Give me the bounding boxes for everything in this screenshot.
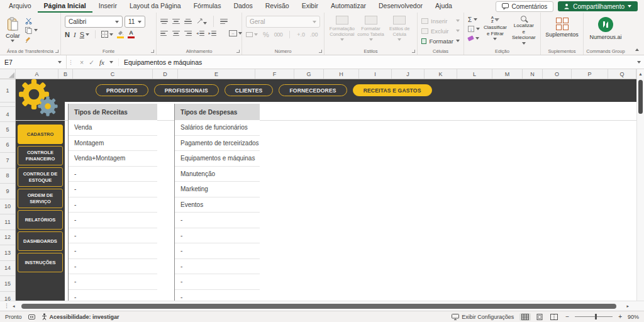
- expense-type-cell[interactable]: -: [175, 213, 260, 228]
- vertical-scrollbar[interactable]: ▲: [636, 69, 644, 301]
- scroll-up-arrow-icon[interactable]: ▲: [637, 69, 644, 79]
- style-button[interactable]: Formatação Condicional: [328, 16, 356, 41]
- column-header[interactable]: Q: [608, 69, 636, 79]
- zoom-slider[interactable]: [575, 316, 613, 317]
- row-header[interactable]: 15: [0, 276, 15, 292]
- menu-tab[interactable]: Desenvolvedor: [372, 0, 429, 13]
- insert-function-button[interactable]: fx: [99, 58, 104, 66]
- revenue-type-cell[interactable]: -: [69, 274, 157, 290]
- column-header[interactable]: N: [523, 69, 543, 79]
- select-all-corner[interactable]: [0, 69, 16, 79]
- revenue-type-cell[interactable]: -: [69, 213, 157, 228]
- display-settings-button[interactable]: Exibir Configurações: [452, 314, 514, 320]
- menu-tab[interactable]: Automatizar: [325, 0, 372, 13]
- align-center-button[interactable]: [172, 31, 180, 36]
- row-header[interactable]: 5: [0, 122, 15, 138]
- increase-decimal-button[interactable]: +.0: [297, 31, 305, 38]
- column-header[interactable]: F: [255, 69, 294, 79]
- column-header[interactable]: K: [425, 69, 457, 79]
- autosum-button[interactable]: Σ: [468, 16, 480, 23]
- copy-button[interactable]: [25, 26, 38, 34]
- horizontal-scrollbar[interactable]: ⋮ ◂ ▸: [0, 301, 644, 311]
- expense-type-cell[interactable]: Pagamento de terceirizados: [175, 136, 260, 152]
- scroll-right-arrow-icon[interactable]: ▸: [626, 304, 629, 309]
- orientation-button[interactable]: [196, 16, 207, 27]
- percent-style-button[interactable]: %: [263, 31, 269, 38]
- column-header[interactable]: O: [543, 69, 572, 79]
- row-header[interactable]: 14: [0, 261, 15, 277]
- increase-indent-button[interactable]: ▸: [209, 31, 217, 36]
- sidebar-button[interactable]: CADASTRO: [18, 125, 63, 144]
- row-header[interactable]: 6: [0, 138, 15, 153]
- column-header[interactable]: H: [324, 69, 359, 79]
- dialog-launcher-icon[interactable]: [55, 50, 58, 53]
- page-layout-view-button[interactable]: [534, 313, 545, 321]
- sidebar-button[interactable]: DASHBOARDS: [18, 231, 63, 251]
- sidebar-button[interactable]: RELATÓRIOS: [18, 210, 63, 230]
- expense-type-cell[interactable]: -: [175, 290, 260, 301]
- dialog-launcher-icon[interactable]: [236, 50, 240, 53]
- revenue-type-cell[interactable]: -: [69, 197, 157, 213]
- find-select-button[interactable]: Localizar e Selecionar: [511, 16, 537, 45]
- menu-tab[interactable]: Inserir: [92, 0, 123, 13]
- revenue-type-cell[interactable]: Venda: [69, 120, 157, 136]
- column-header[interactable]: C: [73, 69, 153, 79]
- expand-formula-bar-button[interactable]: [637, 61, 641, 64]
- fill-button[interactable]: ↓: [468, 25, 480, 33]
- revenues-table-header[interactable]: Tipos de Receitas: [69, 104, 157, 120]
- row-header[interactable]: 4: [0, 107, 15, 122]
- cut-button[interactable]: [25, 17, 38, 25]
- expense-type-cell[interactable]: Eventos: [175, 197, 260, 213]
- zoom-out-button[interactable]: −: [565, 313, 569, 320]
- style-button[interactable]: Formatar como Tabela: [357, 16, 385, 41]
- column-header[interactable]: E: [178, 69, 255, 79]
- name-box[interactable]: E7: [0, 55, 67, 69]
- sheet-nav-tab[interactable]: RECEITAS E GASTOS: [353, 84, 432, 96]
- row-header[interactable]: 8: [0, 169, 15, 184]
- enter-button[interactable]: ✓: [89, 58, 94, 66]
- row-header[interactable]: 11: [0, 214, 15, 230]
- align-bottom-button[interactable]: [184, 19, 192, 25]
- expense-type-cell[interactable]: -: [175, 243, 260, 259]
- align-right-button[interactable]: [184, 31, 192, 36]
- expense-type-cell[interactable]: Manutenção: [175, 167, 260, 182]
- align-left-button[interactable]: [160, 31, 168, 36]
- expense-type-cell[interactable]: Equipamentos e máquinas: [175, 151, 260, 167]
- sidebar-button[interactable]: INSTRUÇÕES: [18, 253, 63, 272]
- accessibility-checker[interactable]: Acessibilidade: investigar: [42, 313, 119, 320]
- expense-type-cell[interactable]: -: [175, 228, 260, 244]
- dialog-launcher-icon[interactable]: [319, 50, 322, 53]
- accounting-format-button[interactable]: [246, 32, 258, 37]
- numerous-ai-button[interactable]: Numerous.ai: [587, 16, 624, 41]
- menu-tab[interactable]: Dados: [227, 0, 258, 13]
- share-button[interactable]: Compartilhamento: [558, 1, 638, 11]
- revenue-type-cell[interactable]: Montagem: [69, 136, 157, 152]
- expenses-table-header[interactable]: Tipos de Despesas: [175, 104, 260, 120]
- revenue-type-cell[interactable]: -: [69, 243, 157, 259]
- column-header[interactable]: J: [392, 69, 425, 79]
- horizontal-scrollbar-thumb[interactable]: [21, 304, 616, 309]
- comments-button[interactable]: Comentários: [496, 1, 554, 12]
- menu-tab[interactable]: Revisão: [259, 0, 296, 13]
- page-break-view-button[interactable]: [548, 313, 560, 321]
- borders-button[interactable]: [101, 31, 113, 38]
- column-header[interactable]: L: [457, 69, 492, 79]
- format-painter-button[interactable]: [25, 36, 38, 43]
- collapse-ribbon-button[interactable]: [635, 48, 639, 51]
- paste-button[interactable]: Colar: [4, 17, 22, 42]
- style-button[interactable]: Estilos de Célula: [386, 16, 413, 41]
- revenue-type-cell[interactable]: -: [69, 182, 157, 197]
- expense-type-cell[interactable]: -: [175, 259, 260, 275]
- sheet-nav-tab[interactable]: CLIENTES: [225, 84, 274, 96]
- revenue-type-cell[interactable]: Venda+Montagem: [69, 151, 157, 167]
- column-header[interactable]: B: [58, 69, 73, 79]
- decrease-indent-button[interactable]: ◂: [196, 31, 204, 36]
- vertical-scrollbar-thumb[interactable]: [638, 80, 643, 114]
- row-header[interactable]: 13: [0, 245, 15, 261]
- column-header[interactable]: M: [492, 69, 523, 79]
- menu-tab[interactable]: Fórmulas: [187, 0, 228, 13]
- comma-style-button[interactable]: 000: [274, 31, 283, 38]
- sheet-area[interactable]: PRODUTOSPROFISSIONAISCLIENTESFORNECEDORE…: [16, 79, 636, 301]
- row-header[interactable]: 12: [0, 230, 15, 246]
- decrease-decimal-button[interactable]: .00: [310, 31, 318, 38]
